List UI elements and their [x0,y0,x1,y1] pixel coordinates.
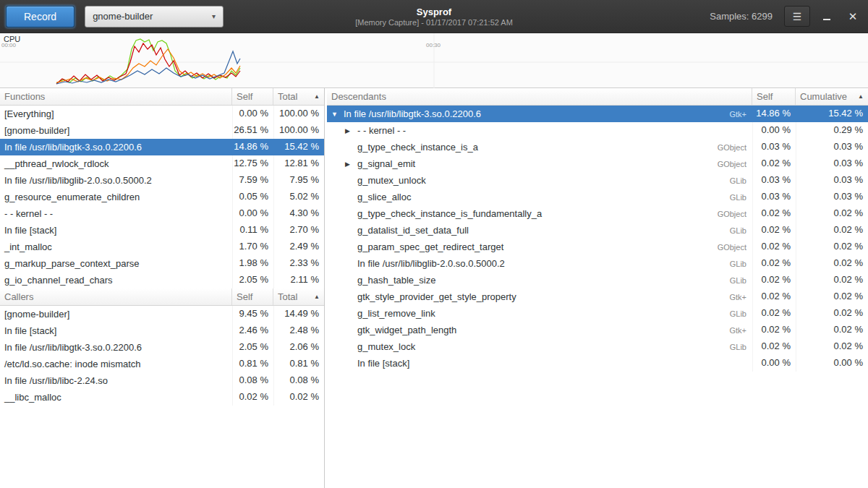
minimize-icon [823,13,830,20]
total-value: 14.49 % [273,306,324,322]
cumulative-value: 0.02 % [796,239,868,255]
record-button[interactable]: Record [6,6,75,27]
function-name: g_type_check_instance_is_a [357,140,478,155]
tree-row[interactable]: g_param_spec_get_redirect_targetGObject0… [327,239,868,255]
total-value: 7.95 % [273,172,324,189]
tree-row[interactable]: g_list_remove_linkGLib0.02 %0.02 % [327,305,868,322]
tree-row[interactable]: ▶g_signal_emitGObject0.02 %0.03 % [327,155,868,172]
sort-indicator-icon: ▲ [858,93,864,100]
column-self-label: Self [237,91,252,102]
tree-row[interactable]: In file /usr/lib/libglib-2.0.so.0.5000.2… [327,255,868,272]
table-row[interactable]: In file /usr/lib/libgtk-3.so.0.2200.614.… [0,139,324,155]
total-value: 4.30 % [273,205,324,222]
close-button[interactable]: ✕ [843,7,862,26]
function-name: g_slice_alloc [357,189,411,205]
descendants-table-header: Descendants Self Cumulative ▲ [327,88,868,106]
column-self[interactable]: Self [232,288,273,305]
table-row[interactable]: In file /usr/lib/libgtk-3.so.0.2200.62.0… [0,339,324,356]
self-value: 0.03 % [752,172,796,189]
tree-row[interactable]: g_mutex_lockGLib0.02 %0.02 % [327,338,868,355]
column-self[interactable]: Self [752,88,796,105]
total-value: 0.81 % [273,356,324,372]
self-value: 2.05 % [232,272,273,288]
column-cumulative[interactable]: Cumulative ▲ [796,88,868,105]
process-selector[interactable]: gnome-builder ▾ [85,6,224,27]
functions-list: [Everything]0.00 %100.00 %[gnome-builder… [0,106,324,288]
table-row[interactable]: g_markup_parse_context_parse1.98 %2.33 % [0,255,324,272]
callers-table-header: Callers Self Total ▲ [0,288,324,306]
column-descendants[interactable]: Descendants [327,88,752,105]
function-name: g_markup_parse_context_parse [0,255,232,272]
tree-row[interactable]: g_type_check_instance_is_fundamentally_a… [327,205,868,222]
library-label: GObject [710,140,752,155]
hamburger-icon: ☰ [793,11,802,22]
tree-row[interactable]: g_hash_table_sizeGLib0.02 %0.02 % [327,272,868,288]
minimize-button[interactable] [817,7,836,26]
table-row[interactable]: [gnome-builder]9.45 %14.49 % [0,306,324,322]
column-total[interactable]: Total ▲ [273,88,324,105]
descendants-pane: Descendants Self Cumulative ▲ ▼In file /… [325,88,868,488]
tree-row[interactable]: gtk_style_provider_get_style_propertyGtk… [327,288,868,305]
tree-row[interactable]: In file [stack]0.00 %0.00 % [327,355,868,372]
menu-button[interactable]: ☰ [784,6,810,27]
tree-row[interactable]: gtk_widget_path_lengthGtk+0.02 %0.02 % [327,322,868,338]
cpu-graph[interactable]: CPU 00:00 00:30 [0,33,868,88]
tree-row[interactable]: ▶- - kernel - -0.00 %0.29 % [327,122,868,139]
tree-row[interactable]: g_mutex_unlockGLib0.03 %0.03 % [327,172,868,189]
table-row[interactable]: g_resource_enumerate_children0.05 %5.02 … [0,189,324,205]
collapse-icon[interactable]: ▼ [331,106,344,122]
self-value: 12.75 % [232,155,273,172]
tree-row[interactable]: ▼In file /usr/lib/libgtk-3.so.0.2200.6Gt… [327,106,868,122]
column-callers[interactable]: Callers [0,288,232,305]
self-value: 0.02 % [752,205,796,222]
column-descendants-label: Descendants [331,91,386,102]
tree-row[interactable]: g_datalist_id_set_data_fullGLib0.02 %0.0… [327,222,868,239]
cumulative-value: 0.03 % [796,155,868,172]
function-name: g_datalist_id_set_data_full [357,223,469,239]
self-value: 0.00 % [752,122,796,139]
close-icon: ✕ [848,10,858,23]
column-functions[interactable]: Functions [0,88,232,105]
function-name: In file /usr/lib/libgtk-3.so.0.2200.6 [0,139,232,155]
function-name: g_hash_table_size [357,273,435,288]
left-pane: Functions Self Total ▲ [Everything]0.00 … [0,88,325,488]
table-row[interactable]: [Everything]0.00 %100.00 % [0,106,324,122]
table-row[interactable]: g_io_channel_read_chars2.05 %2.11 % [0,272,324,288]
table-row[interactable]: In file [stack]2.46 %2.48 % [0,322,324,339]
table-row[interactable]: - - kernel - -0.00 %4.30 % [0,205,324,222]
function-name: __libc_malloc [0,389,232,406]
function-name: g_mutex_unlock [357,173,426,189]
library-label: GLib [723,339,752,355]
table-row[interactable]: _int_malloc1.70 %2.49 % [0,239,324,255]
table-row[interactable]: /etc/ld.so.cache: inode mismatch0.81 %0.… [0,356,324,372]
library-label: GLib [723,306,752,322]
self-value: 14.86 % [232,139,273,155]
expand-icon[interactable]: ▶ [345,156,357,172]
table-row[interactable]: In file /usr/lib/libc-2.24.so0.08 %0.08 … [0,372,324,389]
cumulative-value: 0.03 % [796,139,868,155]
self-value: 0.02 % [752,338,796,355]
sysprof-window: Record gnome-builder ▾ Sysprof [Memory C… [0,0,868,488]
table-row[interactable]: [gnome-builder]26.51 %100.00 % [0,122,324,139]
table-row[interactable]: __libc_malloc0.02 %0.02 % [0,389,324,406]
column-self[interactable]: Self [232,88,273,105]
library-label: GObject [710,156,752,172]
table-row[interactable]: In file /usr/lib/libglib-2.0.so.0.5000.2… [0,172,324,189]
column-total[interactable]: Total ▲ [273,288,324,305]
total-value: 100.00 % [273,106,324,122]
function-name: In file /usr/lib/libgtk-3.so.0.2200.6 [344,106,481,122]
library-label: Gtk+ [722,289,752,305]
expand-icon[interactable]: ▶ [345,123,357,139]
column-functions-label: Functions [4,91,45,102]
tree-row[interactable]: g_type_check_instance_is_aGObject0.03 %0… [327,139,868,155]
table-row[interactable]: In file [stack]0.11 %2.70 % [0,222,324,239]
table-row[interactable]: __pthread_rwlock_rdlock12.75 %12.81 % [0,155,324,172]
total-value: 0.08 % [273,372,324,389]
self-value: 2.46 % [232,322,273,339]
self-value: 0.02 % [752,305,796,322]
cumulative-value: 0.02 % [796,255,868,272]
main-content: Functions Self Total ▲ [Everything]0.00 … [0,88,868,488]
column-total-label: Total [278,91,297,102]
sort-indicator-icon: ▲ [314,294,320,300]
tree-row[interactable]: g_slice_allocGLib0.03 %0.03 % [327,189,868,205]
